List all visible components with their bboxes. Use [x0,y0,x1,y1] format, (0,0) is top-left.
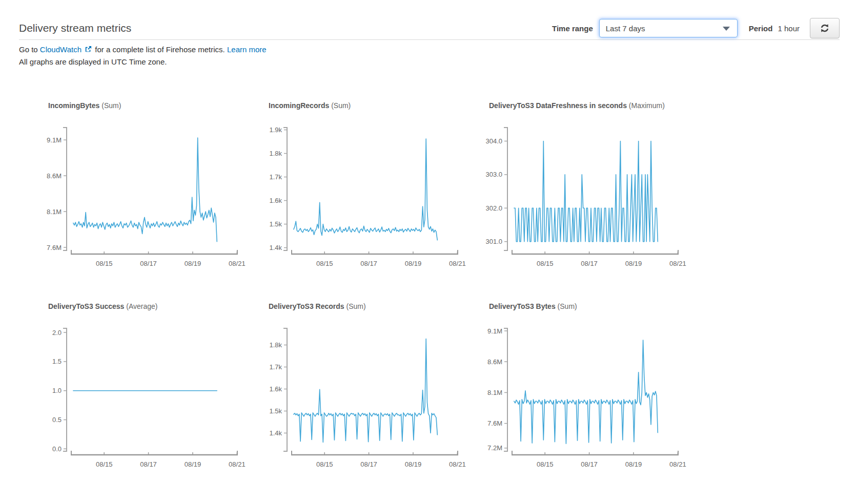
chart-cell-incoming-records: IncomingRecords (Sum)1.9k1.8k1.7k1.6k1.5… [251,101,472,274]
y-tick-label: 1.8k [269,341,282,349]
chart-cell-datafreshness: DeliveryToS3 DataFreshness in seconds (M… [472,101,692,274]
y-tick-label: 8.6M [487,358,502,366]
y-tick-label: 8.1M [487,389,502,396]
y-tick-label: 9.1M [47,136,62,144]
time-range-select[interactable]: Last 7 days [599,19,738,37]
chart-statistic: (Sum) [344,302,366,310]
chart-metric-name: DeliveryToS3 Bytes [489,302,556,310]
y-tick-label: 1.7k [269,173,282,181]
page-title: Delivery stream metrics [19,22,552,39]
x-tick-label: 08/19 [185,460,201,468]
chevron-down-icon [723,27,730,31]
main-content: Delivery stream metrics Time range Last … [0,0,857,474]
y-tick-label: 302.0 [485,204,502,212]
y-tick-label: 2.0 [52,329,62,337]
y-tick-label: 8.6M [47,172,62,180]
x-tick-label: 08/17 [581,460,598,468]
x-tick-label: 08/19 [405,460,422,468]
x-tick-label: 08/17 [140,460,157,468]
description-block: Go to CloudWatch for a complete list of … [19,44,840,68]
x-tick-label: 08/21 [449,460,466,468]
period-value: 1 hour [778,24,800,33]
x-tick-label: 08/15 [537,460,554,468]
timezone-note: All graphs are displayed in UTC Time zon… [19,56,840,68]
chart-canvas-delivery-bytes: 9.1M8.6M8.1M7.6M7.2M08/1508/1708/1908/21 [472,323,696,472]
chart-statistic: (Average) [124,302,157,310]
y-tick-label: 1.0 [52,387,62,394]
y-tick-label: 0.5 [52,416,62,424]
refresh-button[interactable] [810,18,840,38]
description-middle-text: for a complete list of Firehose metrics. [95,45,225,54]
x-tick-label: 08/15 [316,260,333,267]
time-range-value: Last 7 days [606,24,645,33]
chart-metric-name: DeliveryToS3 Records [269,302,344,310]
x-tick-label: 08/17 [581,260,598,267]
x-tick-label: 08/15 [537,260,554,267]
x-tick-label: 08/15 [96,260,113,267]
y-tick-label: 7.6M [47,244,62,251]
y-tick-label: 1.6k [269,385,282,393]
chart-title-success: DeliveryToS3 Success (Average) [48,302,251,310]
chart-metric-name: IncomingRecords [269,101,329,110]
y-tick-label: 303.0 [485,171,502,178]
chart-canvas-delivery-records: 1.8k1.7k1.6k1.5k1.4k08/1508/1708/1908/21 [251,323,476,472]
chart-canvas-incoming-bytes: 9.1M8.6M8.1M7.6M08/1508/1708/1908/21 [31,122,255,271]
y-tick-label: 1.4k [269,429,282,437]
x-tick-label: 08/21 [669,460,686,468]
x-tick-label: 08/21 [669,260,686,267]
chart-canvas-datafreshness: 304.0303.0302.0301.008/1508/1708/1908/21 [472,122,696,271]
x-tick-label: 08/19 [405,260,422,267]
x-tick-label: 08/21 [449,260,466,267]
chart-metric-name: DeliveryToS3 Success [48,302,124,310]
header-controls: Time range Last 7 days Period 1 hour [552,18,840,38]
series-line-delivery-records [294,339,437,443]
series-line-incoming-bytes [73,138,217,242]
learn-more-link[interactable]: Learn more [227,45,267,54]
series-line-delivery-bytes [514,340,658,444]
y-tick-label: 1.6k [269,197,282,204]
chart-title-delivery-bytes: DeliveryToS3 Bytes (Sum) [489,302,692,310]
y-tick-label: 1.5k [269,220,282,228]
go-to-text: Go to [19,45,38,54]
y-tick-label: 9.1M [487,327,502,335]
y-tick-label: 1.8k [269,150,282,157]
x-tick-label: 08/17 [360,260,377,267]
description-line-1: Go to CloudWatch for a complete list of … [19,44,840,56]
chart-title-datafreshness: DeliveryToS3 DataFreshness in seconds (M… [489,101,692,110]
x-tick-label: 08/21 [229,260,246,267]
external-link-icon [85,44,92,56]
x-tick-label: 08/15 [316,460,333,468]
y-tick-label: 7.2M [487,444,502,452]
chart-title-delivery-records: DeliveryToS3 Records (Sum) [269,302,472,310]
chart-canvas-success: 2.01.51.00.50.008/1508/1708/1908/21 [31,323,255,472]
charts-grid: IncomingBytes (Sum)9.1M8.6M8.1M7.6M08/15… [31,101,840,474]
y-tick-label: 301.0 [485,238,502,245]
series-line-incoming-records [294,139,437,240]
chart-statistic: (Sum) [99,101,121,110]
y-tick-label: 1.9k [269,126,282,134]
y-tick-label: 8.1M [47,208,62,216]
chart-cell-delivery-bytes: DeliveryToS3 Bytes (Sum)9.1M8.6M8.1M7.6M… [472,302,692,474]
chart-cell-delivery-records: DeliveryToS3 Records (Sum)1.8k1.7k1.6k1.… [251,302,472,474]
refresh-icon [820,24,829,33]
y-tick-label: 7.6M [487,419,502,427]
chart-title-incoming-records: IncomingRecords (Sum) [269,101,472,110]
chart-cell-success: DeliveryToS3 Success (Average)2.01.51.00… [31,302,251,474]
y-tick-label: 1.4k [269,244,282,251]
chart-cell-incoming-bytes: IncomingBytes (Sum)9.1M8.6M8.1M7.6M08/15… [31,101,251,274]
chart-statistic: (Sum) [556,302,577,310]
y-tick-label: 1.7k [269,363,282,371]
x-tick-label: 08/17 [140,260,157,267]
chart-metric-name: DeliveryToS3 DataFreshness in seconds [489,101,627,110]
chart-title-incoming-bytes: IncomingBytes (Sum) [48,101,251,110]
x-tick-label: 08/21 [229,460,246,468]
y-tick-label: 1.5 [52,358,62,365]
chart-canvas-incoming-records: 1.9k1.8k1.7k1.6k1.5k1.4k08/1508/1708/190… [251,122,476,271]
chart-statistic: (Maximum) [627,101,665,110]
series-line-datafreshness [514,141,658,242]
chart-metric-name: IncomingBytes [48,101,99,110]
page-header: Delivery stream metrics Time range Last … [19,0,840,40]
time-range-label: Time range [552,24,593,33]
x-tick-label: 08/19 [185,260,201,267]
cloudwatch-link[interactable]: CloudWatch [40,45,81,54]
